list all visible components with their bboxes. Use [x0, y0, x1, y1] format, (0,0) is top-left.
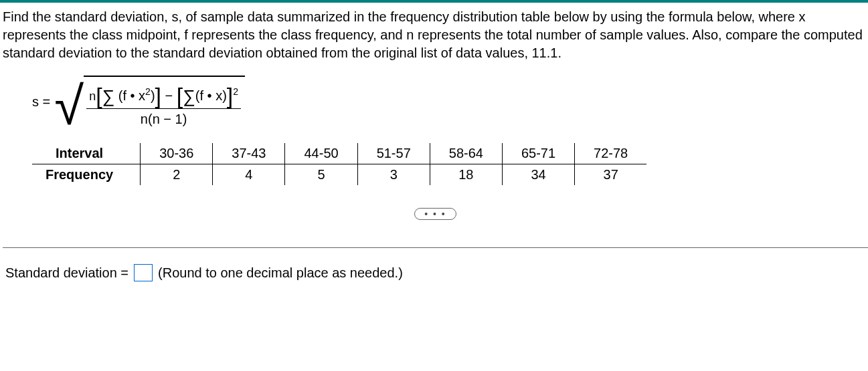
frequency-cell: 3	[357, 164, 430, 186]
outer-exp: 2	[233, 86, 238, 97]
fx-body-1: f • x	[122, 88, 145, 103]
x-squared-exp: 2	[145, 86, 151, 97]
answer-hint: (Round to one decimal place as needed.)	[158, 265, 403, 281]
frequency-label: Frequency	[32, 164, 141, 186]
denominator: n(n − 1)	[86, 109, 241, 127]
fx-body-2: (f • x)	[195, 88, 227, 103]
frequency-cell: 2	[141, 164, 213, 186]
interval-cell: 44-50	[285, 143, 357, 164]
sigma-1: ∑	[102, 86, 115, 106]
frequency-cell: 18	[430, 164, 502, 186]
problem-statement: Find the standard deviation, s, of sampl…	[3, 8, 868, 62]
interval-cell: 58-64	[430, 143, 502, 164]
frequency-table: Interval 30-36 37-43 44-50 51-57 58-64 6…	[32, 143, 646, 185]
rbracket2: ]	[227, 83, 233, 108]
interval-cell: 30-36	[141, 143, 213, 164]
frequency-cell: 34	[502, 164, 574, 186]
frequency-cell: 37	[575, 164, 647, 186]
sigma-2: ∑	[183, 86, 195, 106]
close-paren: )	[151, 88, 155, 103]
frequency-cell: 4	[213, 164, 285, 186]
answer-label: Standard deviation =	[5, 265, 128, 281]
radicand: n[∑ (f • x2)] − [∑(f • x)]2 n(n − 1)	[84, 76, 245, 128]
content-area: Find the standard deviation, s, of sampl…	[0, 3, 868, 281]
frequency-row: Frequency 2 4 5 3 18 34 37	[32, 164, 646, 186]
expand-row: • • •	[3, 205, 868, 221]
interval-cell: 37-43	[213, 143, 285, 164]
interval-cell: 72-78	[575, 143, 647, 164]
formula: s = √ n[∑ (f • x2)] − [∑(f • x)]2 n(n − …	[32, 76, 868, 128]
numerator: n[∑ (f • x2)] − [∑(f • x)]2	[86, 80, 241, 109]
expand-button[interactable]: • • •	[414, 208, 456, 220]
lbracket1: [	[96, 83, 102, 108]
interval-row: Interval 30-36 37-43 44-50 51-57 58-64 6…	[32, 143, 646, 164]
interval-label: Interval	[32, 143, 141, 164]
formula-lhs: s =	[32, 94, 50, 110]
rbracket1: ]	[155, 83, 161, 108]
minus: −	[161, 88, 177, 103]
fraction: n[∑ (f • x2)] − [∑(f • x)]2 n(n − 1)	[86, 80, 241, 127]
interval-cell: 51-57	[357, 143, 430, 164]
divider	[3, 247, 868, 248]
sqrt: √ n[∑ (f • x2)] − [∑(f • x)]2 n(n − 1)	[54, 76, 245, 128]
answer-input[interactable]	[134, 264, 153, 281]
n-prefix: n	[89, 90, 96, 103]
radical-icon: √	[54, 88, 84, 140]
frequency-cell: 5	[285, 164, 357, 186]
lbracket2: [	[177, 83, 183, 108]
answer-row: Standard deviation = (Round to one decim…	[3, 264, 868, 281]
interval-cell: 65-71	[502, 143, 574, 164]
